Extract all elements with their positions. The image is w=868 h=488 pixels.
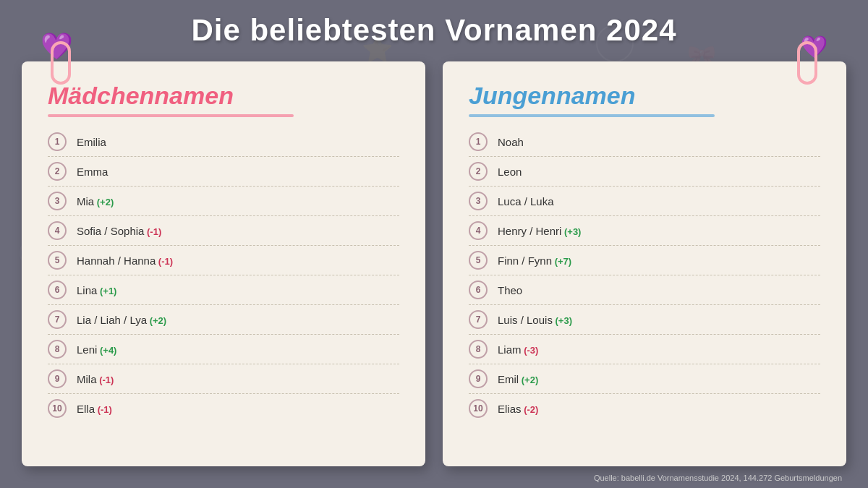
list-item: 2Leon [469, 157, 820, 187]
list-item: 5Hannah / Hanna (-1) [48, 246, 399, 275]
rank-badge: 5 [469, 251, 488, 270]
name-label: Lia / Liah / Lya (+2) [77, 314, 399, 326]
change-badge: (+2) [519, 374, 538, 385]
list-item: 10Ella (-1) [48, 394, 399, 423]
change-badge: (+3) [561, 226, 581, 237]
boys-card: 💜 Jungennamen 1Noah2Leon3Luca / Luka4Hen… [443, 61, 846, 466]
name-label: Henry / Henri (+3) [498, 225, 820, 237]
list-item: 8Liam (-3) [469, 335, 820, 364]
rank-badge: 6 [469, 281, 488, 299]
name-label: Emma [77, 166, 399, 178]
clip-right [797, 41, 817, 85]
girls-name-list: 1Emilia2Emma3Mia (+2)4Sofia / Sophia (-1… [48, 127, 399, 423]
change-badge: (+4) [97, 345, 116, 356]
name-label: Ella (-1) [77, 403, 399, 415]
rank-badge: 10 [48, 399, 67, 418]
rank-badge: 8 [469, 340, 488, 359]
name-label: Finn / Fynn (+7) [498, 254, 820, 267]
name-label: Noah [498, 136, 820, 148]
list-item: 9Emil (+2) [469, 364, 820, 394]
name-label: Emil (+2) [498, 373, 820, 385]
rank-badge: 7 [48, 310, 67, 329]
list-item: 1Noah [469, 127, 820, 157]
name-label: Emilia [77, 136, 399, 148]
name-label: Mia (+2) [77, 195, 399, 207]
rank-badge: 10 [469, 399, 488, 418]
list-item: 4Sofia / Sophia (-1) [48, 216, 399, 246]
change-badge: (+1) [97, 286, 116, 296]
list-item: 9Mila (-1) [48, 364, 399, 394]
rank-badge: 9 [48, 369, 67, 388]
name-label: Leon [498, 166, 820, 178]
change-badge: (-1) [97, 374, 114, 385]
page-title: Die beliebtesten Vornamen 2024 [0, 13, 868, 48]
rank-badge: 3 [48, 192, 67, 210]
list-item: 7Luis / Louis (+3) [469, 305, 820, 335]
list-item: 7Lia / Liah / Lya (+2) [48, 305, 399, 335]
name-label: Mila (-1) [77, 373, 399, 385]
list-item: 4Henry / Henri (+3) [469, 216, 820, 246]
source-text: Quelle: babelli.de Vornamensstudie 2024,… [594, 474, 842, 482]
rank-badge: 8 [48, 340, 67, 359]
list-item: 6Lina (+1) [48, 275, 399, 305]
list-item: 6Theo [469, 275, 820, 305]
change-badge: (+2) [94, 197, 114, 207]
boys-card-title: Jungennamen [469, 82, 820, 110]
name-label: Elias (-2) [498, 403, 820, 415]
rank-badge: 3 [469, 192, 488, 210]
change-badge: (-1) [156, 256, 173, 267]
change-badge: (-2) [522, 404, 539, 415]
girls-title-underline [48, 114, 294, 117]
change-badge: (+2) [147, 315, 166, 326]
change-badge: (+3) [553, 315, 572, 326]
list-item: 10Elias (-2) [469, 394, 820, 423]
rank-badge: 7 [469, 310, 488, 329]
rank-badge: 6 [48, 281, 67, 299]
rank-badge: 4 [469, 221, 488, 240]
rank-badge: 9 [469, 369, 488, 388]
name-label: Sofia / Sophia (-1) [77, 225, 399, 237]
rank-badge: 1 [469, 132, 488, 151]
name-label: Luca / Luka [498, 195, 820, 207]
list-item: 8Leni (+4) [48, 335, 399, 364]
list-item: 3Luca / Luka [469, 187, 820, 216]
boys-name-list: 1Noah2Leon3Luca / Luka4Henry / Henri (+3… [469, 127, 820, 423]
list-item: 2Emma [48, 157, 399, 187]
rank-badge: 1 [48, 132, 67, 151]
list-item: 5Finn / Fynn (+7) [469, 246, 820, 275]
change-badge: (-1) [95, 404, 112, 415]
change-badge: (-3) [522, 345, 539, 356]
rank-badge: 2 [48, 162, 67, 181]
rank-badge: 5 [48, 251, 67, 270]
change-badge: (-1) [144, 226, 161, 237]
cards-container: 💜 Mädchennamen 1Emilia2Emma3Mia (+2)4Sof… [22, 61, 846, 466]
name-label: Hannah / Hanna (-1) [77, 254, 399, 267]
boys-title-underline [469, 114, 715, 117]
rank-badge: 4 [48, 221, 67, 240]
name-label: Liam (-3) [498, 343, 820, 356]
name-label: Lina (+1) [77, 284, 399, 296]
girls-card: 💜 Mädchennamen 1Emilia2Emma3Mia (+2)4Sof… [22, 61, 425, 466]
name-label: Leni (+4) [77, 343, 399, 356]
rank-badge: 2 [469, 162, 488, 181]
change-badge: (+7) [552, 256, 571, 267]
clip-left [51, 41, 71, 85]
list-item: 1Emilia [48, 127, 399, 157]
name-label: Luis / Louis (+3) [498, 314, 820, 326]
list-item: 3Mia (+2) [48, 187, 399, 216]
name-label: Theo [498, 284, 820, 296]
girls-card-title: Mädchennamen [48, 82, 399, 110]
